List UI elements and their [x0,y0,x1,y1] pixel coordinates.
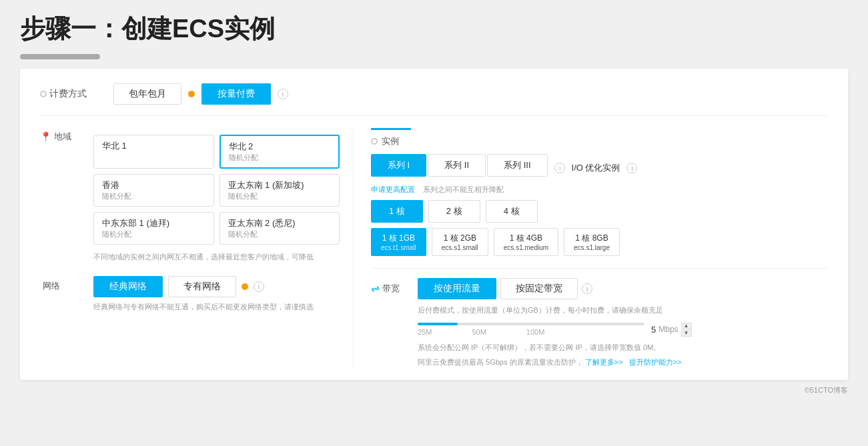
instance-title: 实例 [371,135,828,147]
bandwidth-note2: 系统会分配公网 IP（不可解绑），若不需要公网 IP，请选择带宽数值 0M。 [418,342,828,353]
billing-options: 包年包月 按量付费 i [113,83,288,105]
stepper-up[interactable]: ▲ [681,323,692,329]
orange-dot [188,91,195,97]
stepper[interactable]: ▲ ▼ [681,323,692,337]
network-note: 经典网络与专有网络不能互通，购买后不能更改网络类型，请谨慎选 [93,301,314,313]
billing-option-yearly[interactable]: 包年包月 [113,83,181,105]
upgrade-protection-link[interactable]: 提升防护能力>> [629,358,682,366]
bandwidth-tabs: 按使用流量 按固定带宽 i [418,278,828,299]
tab-series1[interactable]: 系列 I [371,154,426,177]
bandwidth-content: 按使用流量 按固定带宽 i 后付费模式，按使用流量（单位为GB）计费，每小时扣费… [418,278,828,368]
accent-bar [20,54,100,59]
series-tabs: 系列 I 系列 II 系列 III [371,154,548,177]
region-huabei2[interactable]: 华北 2 随机分配 [220,135,340,169]
bandwidth-info-icon[interactable]: i [582,283,592,294]
region-grid: 华北 1 华北 2 随机分配 香港 随机分配 [93,135,340,245]
main-card: 计费方式 包年包月 按量付费 i 📍 地域 [20,69,848,380]
billing-option-payasyougo[interactable]: 按量付费 [201,83,271,105]
core-4[interactable]: 4 核 [486,200,538,223]
billing-section: 计费方式 包年包月 按量付费 i [40,83,828,116]
series-row: 系列 I 系列 II 系列 III ○ I/O 优化实例 i [371,154,828,182]
bandwidth-label-col: ⇌ 带宽 [371,278,411,295]
region-sydney[interactable]: 亚太东南 2 (悉尼) 随机分配 [220,212,340,245]
tab-indicator [371,128,411,130]
slider-value: 5 Mbps ▲ ▼ [651,323,692,337]
mem-1c4g[interactable]: 1 核 4GB ecs.s1.medium [494,228,558,256]
region-singapore[interactable]: 亚太东南 1 (新加坡) 随机分配 [220,174,340,207]
core-2[interactable]: 2 核 [428,200,480,223]
bandwidth-note: 后付费模式，按使用流量（单位为GB）计费，每小时扣费，请确保余额充足 [418,305,828,316]
instance-radio[interactable] [371,138,378,145]
slider-track[interactable] [418,323,644,325]
apply-higher-config-link[interactable]: 申请更高配置 [371,185,415,193]
billing-radio[interactable] [40,91,47,97]
mem-1c1g[interactable]: 1 核 1GB ecs.t1.small [371,228,426,256]
network-section: 网络 经典网络 专有网络 i 经典网络与专有网络不能互通，购买后不能更改网络类型… [40,276,340,313]
slider-row: 25M 50M 100M 5 Mbps ▲ [418,323,828,337]
network-btns: 经典网络 专有网络 i [93,276,314,297]
bandwidth-tab-fixed[interactable]: 按固定带宽 [500,278,578,299]
slider-col: 25M 50M 100M [418,323,644,336]
left-col: 📍 地域 华北 1 华北 2 随机分配 [40,128,354,368]
mem-1c2g[interactable]: 1 核 2GB ecs.s1.small [432,228,488,256]
network-options-col: 经典网络 专有网络 i 经典网络与专有网络不能互通，购买后不能更改网络类型，请谨… [93,276,314,313]
tab-series3[interactable]: 系列 III [487,154,547,177]
network-label: 网络 [40,276,87,292]
region-label: 📍 地域 [40,128,87,143]
core-1[interactable]: 1 核 [371,200,423,223]
right-col: 实例 系列 I 系列 II 系列 III ○ I/O 优化实例 i [354,128,828,368]
stepper-down[interactable]: ▼ [681,330,692,337]
network-classic[interactable]: 经典网络 [93,276,163,297]
pin-icon: 📍 [40,131,51,142]
billing-label: 计费方式 [40,88,113,100]
instance-section: 实例 系列 I 系列 II 系列 III ○ I/O 优化实例 i [371,135,828,256]
bandwidth-ddos-note: 阿里云免费提供最高 5Gbps 的原素流量攻击防护， 了解更多>> 提升防护能力… [418,357,828,368]
region-grid-wrapper: 华北 1 华北 2 随机分配 香港 随机分配 [93,128,340,263]
page-title: 步骤一：创建ECS实例 [20,12,848,46]
slider-labels: 25M 50M 100M [418,328,644,336]
network-vpc[interactable]: 专有网络 [168,276,236,297]
series-note: 申请更高配置 系列之间不能互相升降配 [371,185,828,195]
series-info1[interactable]: ○ [554,163,565,173]
core-options: 1 核 2 核 4 核 [371,200,828,223]
mem-1c8g[interactable]: 1 核 8GB ecs.s1.large [564,228,620,256]
slider-fill [418,323,458,325]
region-section: 📍 地域 华北 1 华北 2 随机分配 [40,128,340,263]
region-hongkong[interactable]: 香港 随机分配 [93,174,214,207]
bandwidth-row: ⇌ 带宽 按使用流量 按固定带宽 i 后付费模式，按使用流量（单位为GB）计费，… [371,278,828,368]
region-note: 不同地域的实例之间内网互不相通，选择最近您客户的地域，可降低 [93,251,340,263]
learn-more-link[interactable]: 了解更多>> [585,358,623,366]
tab-series2[interactable]: 系列 II [428,154,486,177]
billing-info-icon[interactable]: i [278,89,288,99]
bandwidth-icon: ⇌ [371,282,380,295]
bandwidth-tab-traffic[interactable]: 按使用流量 [418,278,496,299]
series-info2[interactable]: i [626,163,637,173]
mem-options: 1 核 1GB ecs.t1.small 1 核 2GB ecs.s1.smal… [371,228,828,256]
bandwidth-section: ⇌ 带宽 按使用流量 按固定带宽 i 后付费模式，按使用流量（单位为GB）计费，… [371,268,828,368]
region-middle-east[interactable]: 中东东部 1 (迪拜) 随机分配 [93,212,214,245]
network-orange-dot [242,283,248,290]
io-label: I/O 优化实例 [572,162,620,174]
network-info-icon[interactable]: i [254,281,264,292]
footer-credit: ©51CTO博客 [20,385,848,395]
main-two-col: 📍 地域 华北 1 华北 2 随机分配 [40,128,828,368]
region-huabei1[interactable]: 华北 1 [93,135,214,169]
